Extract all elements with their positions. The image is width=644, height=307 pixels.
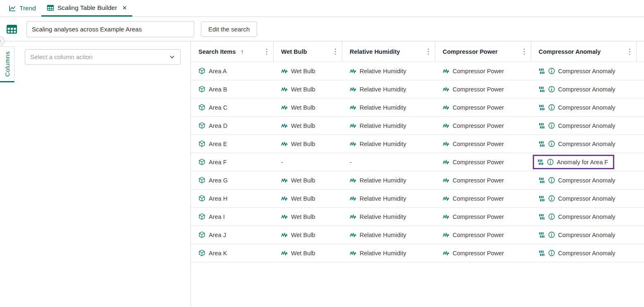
table-row[interactable]: Area A Wet Bulb [191,62,644,80]
relative-humidity-cell[interactable]: Relative Humidity [342,135,435,153]
info-icon[interactable] [548,231,555,238]
compressor-power-cell[interactable]: Compressor Power [435,189,531,207]
column-header-search-items[interactable]: Search Items ↑ ⋮ [191,41,274,62]
search-input[interactable] [26,21,194,37]
info-icon[interactable] [548,213,555,220]
wet-bulb-cell[interactable]: Wet Bulb [274,171,342,189]
info-icon[interactable] [548,140,555,147]
column-header-relative-humidity[interactable]: Relative Humidity ⋮ [342,41,435,62]
column-menu-icon[interactable]: ⋮ [520,48,528,55]
tab-scaling-table-builder[interactable]: Scaling Table Builder ✕ [41,0,132,17]
wet-bulb-cell[interactable]: Wet Bulb [274,208,342,225]
relative-humidity-cell[interactable]: Relative Humidity [342,98,435,116]
wet-bulb-cell[interactable]: Wet Bulb [274,135,342,153]
table-row[interactable]: Area D Wet Bulb [191,117,644,135]
column-menu-icon[interactable]: ⋮ [262,48,271,55]
table-row[interactable]: Area K Wet Bulb [191,244,644,262]
search-item-cell[interactable]: Area C [191,98,274,116]
relative-humidity-cell[interactable]: Relative Humidity [342,80,435,98]
edit-search-button[interactable]: Edit the search [201,22,257,37]
compressor-power-cell[interactable]: Compressor Power [435,62,531,80]
wet-bulb-label: Wet Bulb [291,141,315,147]
info-icon[interactable] [548,67,555,74]
info-icon[interactable] [548,177,555,184]
relative-humidity-cell[interactable]: Relative Humidity [342,244,435,262]
search-item-cell[interactable]: Area A [191,62,274,80]
column-menu-icon[interactable]: ⋮ [331,48,339,55]
table-builder-icon [6,24,17,35]
compressor-anomaly-cell[interactable]: Compressor Anomaly [531,226,637,244]
compressor-power-cell[interactable]: Compressor Power [435,244,531,262]
compressor-anomaly-cell[interactable]: Compressor Anomaly [531,208,637,225]
search-item-cell[interactable]: Area E [191,135,274,153]
wet-bulb-cell[interactable]: Wet Bulb [274,62,342,80]
wet-bulb-cell[interactable]: Wet Bulb [274,80,342,98]
compressor-anomaly-cell[interactable]: Compressor Anomaly [531,244,637,262]
sidebar-tab-columns[interactable]: Columns [0,46,14,82]
compressor-power-cell[interactable]: Compressor Power [435,208,531,225]
compressor-power-cell[interactable]: Compressor Power [435,171,531,189]
wet-bulb-cell[interactable]: Wet Bulb [274,189,342,207]
table-row[interactable]: Area H Wet Bulb [191,189,644,208]
search-item-cell[interactable]: Area H [191,189,274,207]
close-icon[interactable]: ✕ [122,5,127,11]
column-menu-icon[interactable]: ⋮ [625,48,634,55]
worksheet-tabbar: Trend Scaling Table Builder ✕ [0,0,644,17]
info-icon[interactable] [548,104,555,111]
compressor-anomaly-cell[interactable]: Anomaly for Area F [531,153,637,171]
compressor-anomaly-cell[interactable]: Compressor Anomaly [531,171,637,189]
wet-bulb-cell[interactable]: Wet Bulb [274,117,342,134]
wet-bulb-label: Wet Bulb [291,68,315,74]
table-row[interactable]: Area F - - [191,153,644,171]
search-item-cell[interactable]: Area B [191,80,274,98]
relative-humidity-cell[interactable]: Relative Humidity [342,208,435,225]
table-row[interactable]: Area G Wet Bulb [191,171,644,189]
table-row[interactable]: Area I Wet Bulb [191,208,644,226]
wet-bulb-cell[interactable]: Wet Bulb [274,244,342,262]
compressor-anomaly-cell[interactable]: Compressor Anomaly [531,98,637,116]
compressor-anomaly-cell[interactable]: Compressor Anomaly [531,80,637,98]
compressor-anomaly-cell[interactable]: Compressor Anomaly [531,62,637,80]
compressor-anomaly-cell[interactable]: Compressor Anomaly [531,117,637,134]
compressor-power-cell[interactable]: Compressor Power [435,135,531,153]
compressor-power-cell[interactable]: Compressor Power [435,80,531,98]
info-icon[interactable] [548,195,555,202]
relative-humidity-cell[interactable]: - [342,153,435,171]
wet-bulb-cell[interactable]: Wet Bulb [274,98,342,116]
wet-bulb-cell[interactable]: Wet Bulb [274,226,342,244]
info-icon[interactable] [548,122,555,129]
column-header-wet-bulb[interactable]: Wet Bulb ⋮ [274,41,342,62]
search-item-cell[interactable]: Area J [191,226,274,244]
relative-humidity-cell[interactable]: Relative Humidity [342,117,435,134]
table-row[interactable]: Area E Wet Bulb [191,135,644,153]
compressor-anomaly-cell[interactable]: Compressor Anomaly [531,189,637,207]
info-icon[interactable] [548,249,555,257]
relative-humidity-cell[interactable]: Relative Humidity [342,171,435,189]
column-action-select[interactable]: Select a column action [25,49,181,65]
compressor-anomaly-label: Compressor Anomaly [558,213,615,220]
compressor-power-cell[interactable]: Compressor Power [435,98,531,116]
relative-humidity-cell[interactable]: Relative Humidity [342,226,435,244]
search-item-cell[interactable]: Area G [191,171,274,189]
search-item-cell[interactable]: Area F [191,153,274,171]
column-menu-icon[interactable]: ⋮ [424,48,432,55]
relative-humidity-cell[interactable]: Relative Humidity [342,189,435,207]
compressor-power-cell[interactable]: Compressor Power [435,153,531,171]
column-header-compressor-power[interactable]: Compressor Power ⋮ [435,41,531,62]
info-icon[interactable] [547,158,554,165]
compressor-power-cell[interactable]: Compressor Power [435,117,531,134]
wet-bulb-cell[interactable]: - [274,153,342,171]
compressor-anomaly-cell[interactable]: Compressor Anomaly [531,135,637,153]
compressor-power-cell[interactable]: Compressor Power [435,226,531,244]
info-icon[interactable] [548,86,555,93]
sort-ascending-icon[interactable]: ↑ [241,48,244,55]
table-row[interactable]: Area C Wet Bulb [191,98,644,117]
search-item-cell[interactable]: Area I [191,208,274,225]
relative-humidity-cell[interactable]: Relative Humidity [342,62,435,80]
table-row[interactable]: Area B Wet Bulb [191,80,644,98]
column-header-compressor-anomaly[interactable]: Compressor Anomaly ⋮ [531,41,637,62]
table-row[interactable]: Area J Wet Bulb [191,226,644,244]
search-item-cell[interactable]: Area D [191,117,274,134]
search-item-cell[interactable]: Area K [191,244,274,262]
tab-trend[interactable]: Trend [3,0,41,17]
